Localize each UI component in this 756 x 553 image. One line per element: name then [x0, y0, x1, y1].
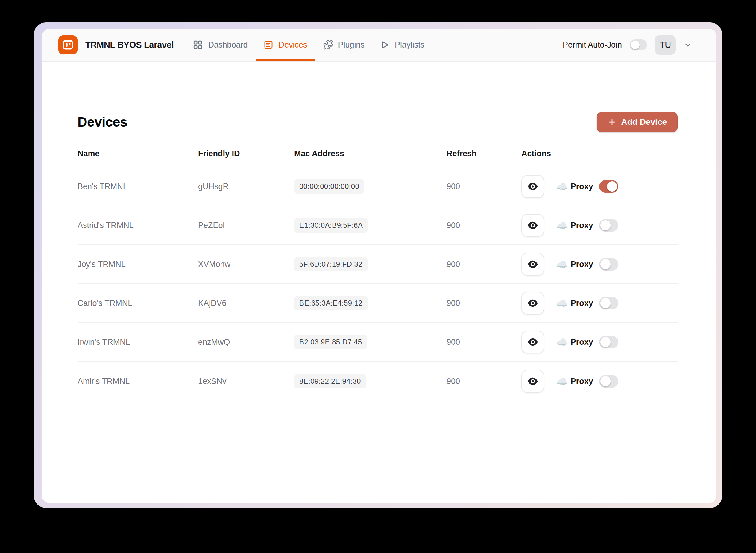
chevron-down-icon[interactable] — [684, 41, 692, 49]
proxy-label: Proxy — [571, 337, 593, 347]
column-header-friendly-id: Friendly ID — [198, 149, 294, 158]
toggle-knob — [607, 181, 617, 191]
device-mac-badge: 8E:09:22:2E:94:30 — [294, 374, 366, 388]
proxy-toggle[interactable] — [599, 297, 618, 309]
eye-icon — [527, 259, 538, 269]
user-avatar[interactable]: TU — [655, 35, 676, 55]
table-row: Amir's TRMNL 1exSNv 8E:09:22:2E:94:30 90… — [78, 362, 678, 401]
proxy-label: Proxy — [571, 182, 593, 191]
devices-list-icon — [263, 40, 274, 50]
proxy-label: Proxy — [571, 299, 593, 308]
proxy-label: Proxy — [571, 377, 593, 386]
nav-label: Plugins — [338, 41, 365, 50]
device-friendly-id: PeZEol — [198, 221, 294, 230]
devices-table: Name Friendly ID Mac Address Refresh Act… — [78, 149, 678, 401]
header-right: Permit Auto-Join TU — [563, 29, 716, 61]
proxy-label: Proxy — [571, 260, 593, 269]
table-row: Irwin's TRMNL enzMwQ B2:03:9E:85:D7:45 9… — [78, 323, 678, 362]
page-head: Devices Add Device — [78, 112, 678, 132]
toggle-knob — [600, 376, 611, 386]
nav-item-plugins[interactable]: Plugins — [315, 29, 373, 61]
device-friendly-id: enzMwQ — [198, 337, 294, 347]
proxy-toggle[interactable] — [599, 258, 618, 270]
column-header-mac-address: Mac Address — [294, 149, 447, 158]
proxy-toggle[interactable] — [599, 336, 618, 348]
device-mac-badge: 5F:6D:07:19:FD:32 — [294, 257, 368, 271]
view-device-button[interactable] — [521, 253, 544, 275]
cloud-icon: ☁️ — [556, 337, 568, 347]
table-row: Joy's TRMNL XVMonw 5F:6D:07:19:FD:32 900… — [78, 245, 678, 284]
toggle-knob — [600, 259, 611, 269]
table-header-row: Name Friendly ID Mac Address Refresh Act… — [78, 149, 678, 167]
nav-item-devices[interactable]: Devices — [255, 29, 315, 61]
plugins-puzzle-icon — [323, 40, 333, 50]
cloud-icon: ☁️ — [556, 377, 568, 386]
proxy-toggle[interactable] — [599, 219, 618, 232]
table-row: Ben's TRMNL gUHsgR 00:00:00:00:00:00 900… — [78, 167, 678, 206]
device-mac-badge: BE:65:3A:E4:59:12 — [294, 296, 368, 310]
view-device-button[interactable] — [521, 331, 544, 353]
add-device-label: Add Device — [621, 117, 667, 127]
table-row: Astrid's TRMNL PeZEol E1:30:0A:B9:5F:6A … — [78, 206, 678, 245]
app-header: TRMNL BYOS Laravel Dashboard — [42, 29, 716, 62]
page-title: Devices — [78, 114, 128, 130]
device-name: Astrid's TRMNL — [78, 221, 198, 230]
view-device-button[interactable] — [521, 175, 544, 198]
device-refresh: 900 — [447, 260, 521, 269]
device-friendly-id: gUHsgR — [198, 182, 294, 191]
device-actions: ☁️ Proxy — [521, 331, 678, 353]
eye-icon — [527, 220, 538, 231]
view-device-button[interactable] — [521, 292, 544, 315]
toggle-knob — [600, 298, 611, 308]
device-actions: ☁️ Proxy — [521, 292, 678, 315]
nav-label: Dashboard — [208, 41, 247, 50]
eye-icon — [527, 376, 538, 387]
cloud-icon: ☁️ — [556, 260, 568, 269]
playlists-play-icon — [380, 40, 390, 50]
trmnl-device-icon — [61, 38, 75, 52]
device-refresh: 900 — [447, 299, 521, 308]
eye-icon — [527, 298, 538, 309]
page-content: Devices Add Device Name Friendly ID Mac … — [42, 62, 716, 503]
column-header-actions: Actions — [521, 149, 678, 158]
device-mac-badge: B2:03:9E:85:D7:45 — [294, 335, 367, 349]
toggle-knob — [631, 41, 639, 50]
eye-icon — [527, 337, 538, 347]
cloud-icon: ☁️ — [556, 221, 568, 230]
device-friendly-id: KAjDV6 — [198, 299, 294, 308]
brand: TRMNL BYOS Laravel — [58, 29, 173, 61]
device-name: Ben's TRMNL — [78, 182, 198, 191]
device-actions: ☁️ Proxy — [521, 253, 678, 275]
plus-icon — [608, 117, 616, 127]
device-refresh: 900 — [447, 182, 521, 191]
view-device-button[interactable] — [521, 214, 544, 237]
device-actions: ☁️ Proxy — [521, 214, 678, 237]
device-name: Irwin's TRMNL — [78, 337, 198, 347]
toggle-knob — [600, 337, 611, 347]
cloud-icon: ☁️ — [556, 182, 568, 191]
device-friendly-id: XVMonw — [198, 260, 294, 269]
nav-item-playlists[interactable]: Playlists — [372, 29, 432, 61]
device-mac-badge: 00:00:00:00:00:00 — [294, 179, 364, 193]
proxy-toggle[interactable] — [599, 375, 618, 388]
view-device-button[interactable] — [521, 370, 544, 393]
device-name: Amir's TRMNL — [78, 377, 198, 386]
window-frame: TRMNL BYOS Laravel Dashboard — [34, 22, 722, 508]
proxy-label: Proxy — [571, 221, 593, 230]
toggle-knob — [600, 220, 611, 230]
device-refresh: 900 — [447, 221, 521, 230]
device-refresh: 900 — [447, 337, 521, 347]
proxy-toggle[interactable] — [599, 180, 618, 193]
device-actions: ☁️ Proxy — [521, 370, 678, 393]
trmnl-logo-icon — [58, 35, 78, 55]
device-mac-badge: E1:30:0A:B9:5F:6A — [294, 218, 368, 233]
device-actions: ☁️ Proxy — [521, 175, 678, 198]
device-refresh: 900 — [447, 377, 521, 386]
permit-auto-join-toggle[interactable] — [630, 40, 647, 50]
table-row: Carlo's TRMNL KAjDV6 BE:65:3A:E4:59:12 9… — [78, 284, 678, 323]
column-header-name: Name — [78, 149, 198, 158]
add-device-button[interactable]: Add Device — [597, 112, 678, 132]
nav-item-dashboard[interactable]: Dashboard — [185, 29, 255, 61]
column-header-refresh: Refresh — [447, 149, 521, 158]
nav-label: Playlists — [395, 41, 425, 50]
